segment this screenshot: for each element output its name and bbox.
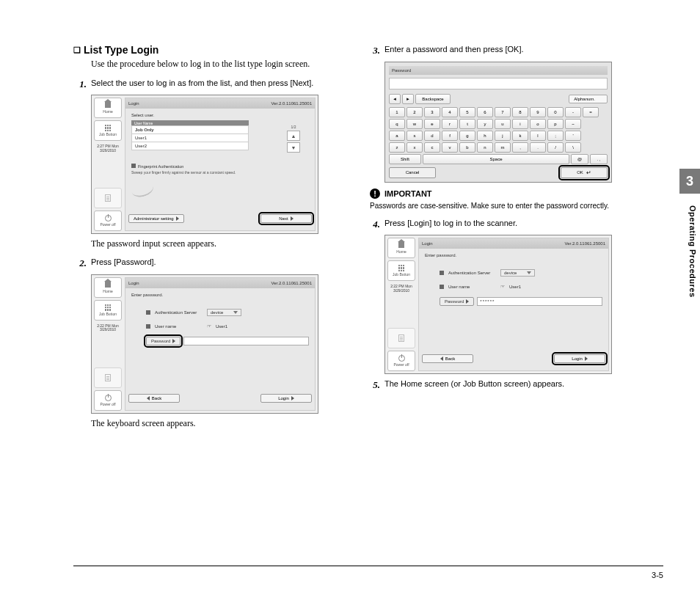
- job-button[interactable]: Job Button: [94, 300, 122, 321]
- keyboard-key[interactable]: p: [547, 119, 564, 129]
- back-button[interactable]: Back: [422, 354, 473, 363]
- page-counter: 1/2: [287, 125, 300, 129]
- keyboard-key[interactable]: o: [530, 119, 546, 129]
- keyboard-key[interactable]: n: [477, 142, 493, 153]
- step-5-text: The Home screen (or Job Button screen) a…: [384, 378, 631, 392]
- keyboard-key[interactable]: 0: [547, 107, 564, 117]
- keyboard-key[interactable]: d: [424, 131, 440, 141]
- keyboard-key[interactable]: t: [459, 119, 475, 129]
- doc-button-disabled: [94, 367, 122, 388]
- cancel-button[interactable]: Cancel: [389, 167, 436, 178]
- power-off-button[interactable]: Power off: [387, 351, 415, 371]
- list-item[interactable]: User2: [131, 142, 249, 150]
- backspace-button[interactable]: Backspace: [415, 94, 451, 104]
- keyboard-key[interactable]: ~: [565, 119, 581, 129]
- next-button[interactable]: Next: [260, 214, 312, 223]
- fingerprint-icon: [130, 180, 155, 200]
- keyboard-key[interactable]: w: [406, 119, 423, 129]
- home-button[interactable]: Home: [94, 98, 122, 118]
- keyboard-key[interactable]: k: [512, 131, 528, 141]
- keyboard-key[interactable]: 5: [459, 107, 475, 117]
- power-off-button[interactable]: Power off: [94, 390, 122, 411]
- keyboard-key[interactable]: 3: [424, 107, 440, 117]
- keyboard-text-input[interactable]: [389, 78, 608, 89]
- keyboard-key[interactable]: =: [583, 107, 599, 117]
- keyboard-key[interactable]: z: [389, 142, 405, 153]
- caret-left-button[interactable]: ◄: [389, 94, 401, 104]
- keyboard-key[interactable]: ;: [547, 131, 564, 141]
- punct-key[interactable]: . ,: [590, 154, 608, 164]
- chapter-tab: 3: [679, 169, 700, 194]
- step-1-text: Select the user to log in as from the li…: [91, 78, 338, 91]
- clock-readout: 2:22 PM Mon 3/29/2010: [94, 324, 122, 332]
- keyboard-key[interactable]: 9: [530, 107, 546, 117]
- keyboard-key[interactable]: 8: [512, 107, 528, 117]
- username-label: User name: [448, 285, 496, 289]
- keyboard-key[interactable]: y: [477, 119, 493, 129]
- keyboard-key[interactable]: c: [424, 142, 440, 153]
- keyboard-key[interactable]: m: [495, 142, 511, 153]
- login-button[interactable]: Login: [260, 394, 312, 403]
- keyboard-key[interactable]: j: [495, 131, 511, 141]
- password-field[interactable]: ******: [477, 297, 602, 306]
- at-key[interactable]: @: [571, 154, 588, 164]
- keyboard-key[interactable]: f: [442, 131, 458, 141]
- keyboard-key[interactable]: .: [530, 142, 546, 153]
- keyboard-key[interactable]: 6: [477, 107, 493, 117]
- auth-server-dropdown[interactable]: device: [207, 309, 241, 316]
- section-heading: ❏ List Type Login: [73, 44, 338, 56]
- keyboard-key[interactable]: u: [495, 119, 511, 129]
- keyboard-key[interactable]: b: [459, 142, 475, 153]
- keyboard-key[interactable]: 1: [389, 107, 405, 117]
- keyboard-key[interactable]: x: [406, 142, 423, 153]
- keyboard-key[interactable]: h: [477, 131, 493, 141]
- scroll-up-button[interactable]: ▲: [287, 131, 300, 141]
- input-mode-dropdown[interactable]: Alphanum.: [569, 95, 608, 103]
- keyboard-key[interactable]: -: [565, 107, 581, 117]
- password-field[interactable]: [183, 337, 309, 345]
- keyboard-key[interactable]: ,: [512, 142, 528, 153]
- job-button[interactable]: Job Button: [387, 260, 415, 281]
- keyboard-key[interactable]: q: [389, 119, 405, 129]
- keyboard-title: Password: [389, 66, 608, 75]
- keyboard-key[interactable]: s: [406, 131, 423, 141]
- password-button[interactable]: Password: [146, 337, 181, 345]
- auth-server-dropdown[interactable]: device: [500, 269, 535, 277]
- keyboard-key[interactable]: 7: [495, 107, 511, 117]
- keyboard-key[interactable]: 2: [406, 107, 423, 117]
- clock-readout: 2:22 PM Mon 3/29/2010: [387, 285, 415, 293]
- keyboard-key[interactable]: ': [565, 131, 581, 141]
- home-button[interactable]: Home: [94, 277, 122, 298]
- keyboard-key[interactable]: v: [442, 142, 458, 153]
- keyboard-key[interactable]: /: [547, 142, 564, 153]
- keyboard-key[interactable]: \: [565, 142, 581, 153]
- keyboard-key[interactable]: e: [424, 119, 440, 129]
- space-key[interactable]: Space: [423, 154, 569, 164]
- ok-button[interactable]: OK↵: [561, 167, 608, 178]
- keyboard-key[interactable]: r: [442, 119, 458, 129]
- keyboard-key[interactable]: 4: [442, 107, 458, 117]
- keyboard-key[interactable]: l: [530, 131, 546, 141]
- keyboard-key[interactable]: a: [389, 131, 405, 141]
- auth-server-label: Authentication Server: [155, 310, 203, 315]
- login-button[interactable]: Login: [554, 354, 605, 363]
- doc-button-disabled: [387, 328, 415, 348]
- panel-title: Login: [128, 281, 139, 285]
- important-text: Passwords are case-sensitive. Make sure …: [370, 201, 631, 211]
- scroll-down-button[interactable]: ▼: [287, 142, 300, 153]
- back-button[interactable]: Back: [128, 394, 180, 403]
- figure-login-final: Home Job Button 2:22 PM Mon 3/29/2010 Po…: [384, 235, 612, 374]
- step-number: 3.: [367, 44, 380, 57]
- home-button[interactable]: Home: [387, 238, 415, 258]
- fingerprint-auth-label: Fingerprint Authentication: [138, 164, 183, 169]
- power-off-button[interactable]: Power off: [94, 211, 122, 231]
- caret-right-button[interactable]: ►: [402, 94, 414, 104]
- home-icon: [104, 102, 112, 108]
- keyboard-key[interactable]: i: [512, 119, 528, 129]
- job-button[interactable]: Job Button: [94, 120, 122, 141]
- admin-setting-button[interactable]: Administrator setting: [128, 214, 184, 223]
- password-button[interactable]: Password: [440, 297, 474, 306]
- username-label: User name: [155, 324, 203, 329]
- shift-key[interactable]: Shift: [389, 154, 421, 164]
- keyboard-key[interactable]: g: [459, 131, 475, 141]
